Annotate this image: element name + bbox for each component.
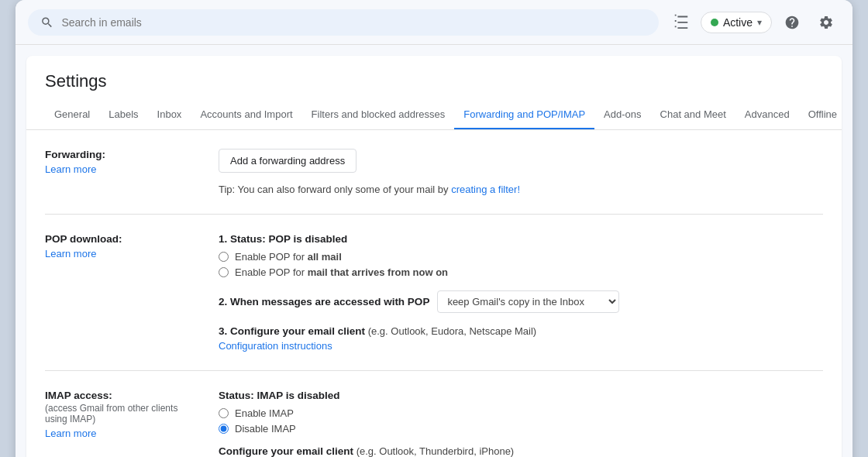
imap-enable-label: Enable IMAP	[235, 407, 294, 419]
active-dot	[711, 19, 718, 26]
search-bar[interactable]	[28, 9, 659, 36]
pop-when-select[interactable]: keep Gmail's copy in the Inbox archive G…	[437, 290, 619, 313]
imap-radio-disable-input[interactable]	[219, 424, 229, 434]
topbar-right: Active ▾	[668, 8, 840, 36]
settings-gear-button[interactable]	[812, 9, 840, 36]
imap-status-label: Status: IMAP is disabled	[219, 390, 823, 401]
main-panel: Settings General Labels Inbox Accounts a…	[26, 56, 842, 457]
pop-when-row: 2. When messages are accessed with POP k…	[219, 290, 823, 313]
pop-learn-more[interactable]: Learn more	[45, 248, 200, 259]
creating-filter-link[interactable]: creating a filter!	[451, 184, 520, 195]
tab-chat-meet[interactable]: Chat and Meet	[651, 101, 735, 130]
pop-radio-all-mail-label: Enable POP for all mail	[235, 251, 342, 263]
filter-icon[interactable]	[668, 8, 694, 36]
pop-status-label: 1. Status: POP is disabled	[219, 233, 823, 245]
imap-radio-enable-input[interactable]	[219, 408, 229, 418]
tab-forwarding-pop-imap[interactable]: Forwarding and POP/IMAP	[454, 101, 594, 130]
imap-radio-disable: Disable IMAP	[219, 423, 823, 435]
page-title: Settings	[26, 56, 842, 101]
forwarding-title: Forwarding:	[45, 149, 200, 160]
pop-radio-from-now-input[interactable]	[219, 267, 229, 277]
pop-radio-from-now-label: Enable POP for mail that arrives from no…	[235, 266, 448, 278]
imap-sublabel: (access Gmail from other clients using I…	[45, 403, 200, 424]
settings-tabs: General Labels Inbox Accounts and Import…	[26, 101, 842, 130]
chevron-down-icon: ▾	[757, 17, 762, 28]
active-status-badge[interactable]: Active ▾	[701, 12, 772, 33]
forwarding-learn-more[interactable]: Learn more	[45, 163, 200, 175]
imap-content: Status: IMAP is disabled Enable IMAP Dis…	[219, 390, 823, 457]
add-forwarding-address-button[interactable]: Add a forwarding address	[219, 149, 356, 173]
search-input[interactable]	[61, 16, 646, 29]
tab-offline[interactable]: Offline	[799, 101, 842, 130]
imap-config-title: Configure your email client (e.g. Outloo…	[219, 445, 823, 457]
imap-learn-more[interactable]: Learn more	[45, 428, 200, 439]
pop-title: POP download:	[45, 233, 200, 245]
pop-config-link[interactable]: Configuration instructions	[219, 340, 823, 352]
app-window: Active ▾ Settings General Labels Inbox A…	[16, 0, 852, 457]
tip-text-prefix: Tip: You can also forward only some of y…	[219, 184, 451, 195]
pop-section: POP download: Learn more 1. Status: POP …	[45, 215, 823, 371]
imap-radio-enable: Enable IMAP	[219, 407, 823, 419]
pop-radio-all-mail-input[interactable]	[219, 252, 229, 262]
forwarding-label-area: Forwarding: Learn more	[45, 149, 200, 195]
settings-body: Forwarding: Learn more Add a forwarding …	[26, 130, 842, 457]
topbar: Active ▾	[16, 0, 852, 45]
search-icon	[40, 15, 53, 29]
tab-labels[interactable]: Labels	[99, 101, 147, 130]
forwarding-content: Add a forwarding address Tip: You can al…	[219, 149, 823, 195]
tab-accounts-import[interactable]: Accounts and Import	[191, 101, 301, 130]
pop-label-area: POP download: Learn more	[45, 233, 200, 352]
tab-general[interactable]: General	[45, 101, 99, 130]
forwarding-tip: Tip: You can also forward only some of y…	[219, 184, 823, 195]
tab-inbox[interactable]: Inbox	[148, 101, 191, 130]
active-label: Active	[723, 16, 753, 29]
help-button[interactable]	[778, 9, 806, 36]
pop-when-label: 2. When messages are accessed with POP	[219, 296, 429, 308]
pop-config-title: 3. Configure your email client (e.g. Out…	[219, 325, 823, 337]
imap-title: IMAP access:	[45, 390, 200, 401]
forwarding-section: Forwarding: Learn more Add a forwarding …	[45, 130, 823, 215]
imap-label-area: IMAP access: (access Gmail from other cl…	[45, 390, 200, 457]
tab-addons[interactable]: Add-ons	[594, 101, 650, 130]
imap-section: IMAP access: (access Gmail from other cl…	[45, 371, 823, 457]
tab-advanced[interactable]: Advanced	[735, 101, 799, 130]
pop-content: 1. Status: POP is disabled Enable POP fo…	[219, 233, 823, 352]
imap-disable-label: Disable IMAP	[235, 423, 296, 435]
pop-radio-all-mail: Enable POP for all mail	[219, 251, 823, 263]
tab-filters[interactable]: Filters and blocked addresses	[302, 101, 455, 130]
pop-radio-from-now: Enable POP for mail that arrives from no…	[219, 266, 823, 278]
